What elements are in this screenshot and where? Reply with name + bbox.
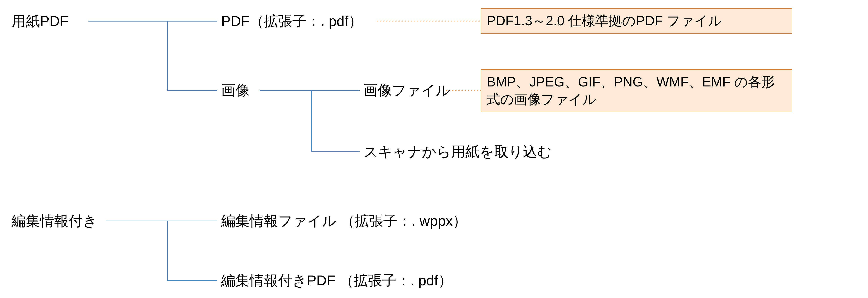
diagram-canvas: 用紙PDF PDF（拡張子：. pdf） 画像 画像ファイル スキャナから用紙を… — [0, 0, 868, 298]
node-with-edit-info: 編集情報付き — [11, 212, 97, 230]
node-image: 画像 — [221, 81, 250, 100]
node-edit-info-file: 編集情報ファイル （拡張子：. wppx） — [221, 212, 467, 230]
node-image-file: 画像ファイル — [364, 81, 451, 100]
node-pdf-ext: PDF（拡張子：. pdf） — [221, 12, 363, 30]
node-edit-info-pdf: 編集情報付きPDF （拡張子：. pdf） — [221, 271, 453, 290]
node-scanner-import: スキャナから用紙を取り込む — [364, 142, 552, 161]
node-paper-pdf: 用紙PDF — [11, 12, 68, 30]
callout-image-formats: BMP、JPEG、GIF、PNG、WMF、EMF の各形式の画像ファイル — [481, 69, 792, 112]
callout-pdf-spec: PDF1.3～2.0 仕様準拠のPDF ファイル — [481, 8, 792, 34]
